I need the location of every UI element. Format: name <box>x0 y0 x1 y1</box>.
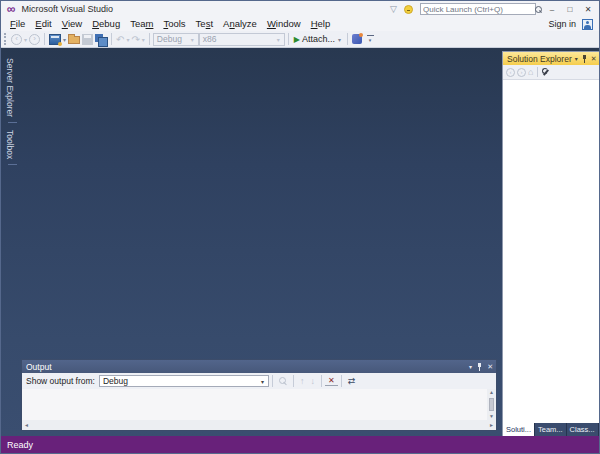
new-project-button[interactable] <box>48 33 62 46</box>
pin-icon[interactable] <box>477 363 482 371</box>
redo-button[interactable]: ↷ <box>130 33 140 46</box>
toolbar-separator <box>347 33 348 45</box>
word-wrap-button[interactable]: ⇄ <box>345 376 359 386</box>
close-icon[interactable]: ✕ <box>487 363 493 371</box>
toolbar-grip[interactable] <box>4 33 7 45</box>
window-position-dropdown-icon[interactable]: ▾ <box>469 363 472 370</box>
menu-test[interactable]: Test <box>191 17 218 31</box>
close-button[interactable]: ✕ <box>579 2 597 16</box>
undo-icon: ↶ <box>116 34 124 45</box>
menu-edit[interactable]: Edit <box>30 17 56 31</box>
output-toolbar: Show output from: Debug ▾ ↑ ↓ ✕ ⇄ <box>22 373 496 389</box>
solution-explorer-title-bar[interactable]: Solution Explorer ▾ ✕ <box>503 52 599 65</box>
save-all-icon <box>95 34 107 45</box>
feedback-button[interactable] <box>351 33 363 46</box>
status-text: Ready <box>7 440 33 450</box>
configuration-value: Debug <box>157 34 182 44</box>
menu-tools[interactable]: Tools <box>158 17 190 31</box>
visual-studio-logo-icon: ∞ <box>7 4 16 14</box>
toolbar-separator <box>288 33 289 45</box>
next-message-button[interactable]: ↓ <box>307 376 318 386</box>
scroll-left-icon[interactable]: ◄ <box>24 422 29 428</box>
navigate-forward-button[interactable]: › <box>28 33 41 46</box>
scroll-right-icon[interactable]: ► <box>489 422 494 428</box>
maximize-button[interactable]: □ <box>561 2 579 16</box>
feedback-icon <box>352 34 362 44</box>
filter-icon[interactable]: ▽ <box>390 4 397 14</box>
chevron-down-icon: ▾ <box>276 36 281 43</box>
solution-configuration-combo[interactable]: Debug ▾ <box>153 33 199 46</box>
menu-view[interactable]: View <box>57 17 87 31</box>
sidebar-tab-server-explorer[interactable]: Server Explorer <box>5 51 15 123</box>
solution-explorer-toolbar: ‹ › ⌂ <box>503 65 599 80</box>
attach-button[interactable]: ▶ Attach... ▾ <box>292 34 344 44</box>
undo-button[interactable]: ↶ <box>115 33 125 46</box>
scroll-down-icon[interactable]: ▼ <box>489 414 494 419</box>
solution-platform-combo[interactable]: x86 ▾ <box>199 33 285 46</box>
attach-label: Attach... <box>302 34 335 44</box>
platform-value: x86 <box>203 34 217 44</box>
forward-icon[interactable]: › <box>517 68 526 77</box>
back-icon: ‹ <box>11 34 22 45</box>
close-icon[interactable]: ✕ <box>591 55 597 63</box>
toolbar-options-button[interactable]: ▾ <box>365 35 375 43</box>
save-button[interactable] <box>81 33 94 46</box>
show-output-from-label: Show output from: <box>26 376 95 386</box>
user-avatar-icon[interactable] <box>582 19 593 30</box>
navigate-back-button[interactable]: ‹ <box>10 33 23 46</box>
sign-in-link[interactable]: Sign in <box>548 19 576 29</box>
menu-window[interactable]: Window <box>262 17 306 31</box>
search-icon <box>535 6 542 13</box>
play-icon: ▶ <box>294 35 300 44</box>
ide-body: Server ExplorerToolbox Output ▾ ✕ Show o… <box>1 48 599 436</box>
redo-dropdown[interactable]: ▾ <box>141 36 146 43</box>
output-title: Output <box>26 362 52 372</box>
tool-window-tabs: Soluti...Team...Class... <box>503 423 599 436</box>
toolbar-separator <box>341 375 342 387</box>
find-message-icon[interactable] <box>279 377 287 385</box>
tab-soluti[interactable]: Soluti... <box>503 423 535 436</box>
solution-explorer-title: Solution Explorer <box>507 54 572 64</box>
quick-launch-box[interactable] <box>420 3 536 15</box>
menu-team[interactable]: Team <box>125 17 158 31</box>
document-well: Output ▾ ✕ Show output from: Debug ▾ <box>19 48 499 436</box>
quick-launch-input[interactable] <box>421 4 535 14</box>
home-icon[interactable]: ⌂ <box>528 68 533 77</box>
status-bar: Ready <box>1 436 599 453</box>
scrollbar-thumb[interactable] <box>489 398 494 411</box>
forward-icon: › <box>29 34 40 45</box>
back-icon[interactable]: ‹ <box>506 68 515 77</box>
pin-icon[interactable] <box>582 55 587 63</box>
output-content[interactable]: ▲ ▼ <box>22 389 496 420</box>
tab-class[interactable]: Class... <box>567 423 599 436</box>
save-all-button[interactable] <box>94 33 108 46</box>
solution-explorer-panel: Solution Explorer ▾ ✕ ‹ › ⌂ Soluti...Tea… <box>502 51 600 436</box>
notifications-icon[interactable] <box>404 5 413 14</box>
output-source-combo[interactable]: Debug ▾ <box>99 375 269 387</box>
sidebar-tab-toolbox[interactable]: Toolbox <box>5 123 15 165</box>
vertical-scrollbar[interactable]: ▲ ▼ <box>487 389 496 420</box>
output-title-bar[interactable]: Output ▾ ✕ <box>22 360 496 373</box>
menu-analyze[interactable]: Analyze <box>218 17 262 31</box>
tab-team[interactable]: Team... <box>535 423 567 436</box>
menu-bar: FileEditViewDebugTeamToolsTestAnalyzeWin… <box>1 17 599 31</box>
right-dock: Solution Explorer ▾ ✕ ‹ › ⌂ Soluti...Tea… <box>499 48 599 436</box>
menu-file[interactable]: File <box>5 17 30 31</box>
menu-help[interactable]: Help <box>306 17 336 31</box>
scroll-up-icon[interactable]: ▲ <box>489 390 494 395</box>
output-source-value: Debug <box>103 376 128 386</box>
properties-wrench-icon[interactable] <box>542 68 551 77</box>
redo-icon: ↷ <box>131 34 139 45</box>
horizontal-scrollbar[interactable]: ◄ ► <box>22 420 496 430</box>
toolbar-separator <box>272 375 273 387</box>
toolbar-separator <box>537 67 538 77</box>
chevron-down-icon: ▾ <box>369 37 372 43</box>
previous-message-button[interactable]: ↑ <box>297 376 308 386</box>
open-file-button[interactable] <box>67 33 81 46</box>
minimize-button[interactable]: – <box>543 2 561 16</box>
menu-debug[interactable]: Debug <box>87 17 125 31</box>
window-position-dropdown-icon[interactable]: ▾ <box>575 55 578 62</box>
clear-all-button[interactable]: ✕ <box>325 376 338 386</box>
solution-explorer-tree[interactable] <box>503 80 599 423</box>
toolbar-separator <box>44 33 45 45</box>
